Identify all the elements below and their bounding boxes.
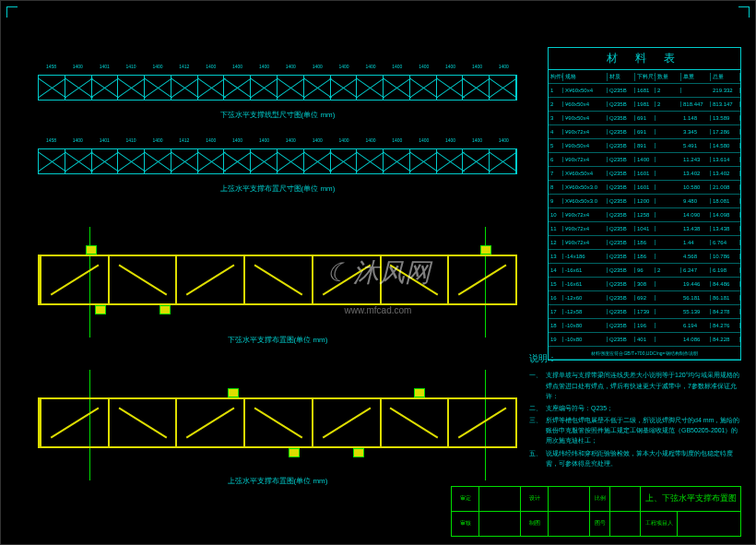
table-cell: 3.345 (681, 129, 711, 135)
table-cell: Q235B (608, 254, 635, 259)
table-cell: 13.438 (711, 226, 740, 231)
table-header-cell: 材质 (608, 73, 635, 81)
dimension-value: 1400 (339, 137, 349, 143)
dimension-value: 1400 (499, 64, 509, 69)
table-cell: 1601 (635, 184, 656, 190)
dimension-value: 1400 (259, 137, 269, 143)
table-cell: X¥60x50x4 (563, 171, 608, 176)
plan-label-upper: 上弦水平支撑布置尺寸图(单位 mm) (220, 184, 336, 194)
truss-bay (357, 149, 384, 173)
table-cell: ¥90x72x4 (563, 157, 608, 162)
table-cell: 401 (635, 337, 656, 342)
table-cell: 14.580 (711, 143, 740, 148)
table-cell: 19 (549, 337, 563, 342)
table-cell: Q235B (608, 88, 635, 93)
table-cell: 4 (549, 129, 563, 135)
dimension-value: 1400 (232, 64, 242, 69)
table-cell: 13.402 (711, 171, 740, 176)
table-cell: 13 (549, 254, 563, 259)
table-cell: Q235B (608, 115, 635, 121)
support-block (159, 305, 171, 314)
corner-mark (6, 6, 18, 18)
support-block (414, 388, 425, 397)
truss-bay (118, 76, 145, 100)
table-cell: 9 (549, 198, 563, 204)
truss-diagonal (50, 407, 99, 438)
dimension-value: 1400 (206, 137, 216, 143)
tb-cell: 工程项目人 (641, 512, 678, 537)
dimension-value: 1400 (339, 64, 349, 69)
table-cell: 186 (635, 240, 656, 245)
table-cell: 1 (549, 88, 563, 93)
table-cell: 186 (635, 254, 656, 259)
table-cell: 8 (549, 184, 563, 190)
truss-post (312, 256, 313, 303)
table-cell: Q235B (608, 337, 635, 342)
table-header-cell: 下料尺寸(mm) (635, 73, 656, 81)
table-cell: 2 (656, 101, 681, 107)
dimension-value: 1400 (286, 64, 296, 69)
table-cell: 12 (549, 240, 563, 245)
truss-bay (384, 76, 410, 100)
table-cell: 16 (549, 295, 563, 301)
table-cell: 84.228 (711, 337, 740, 342)
tb-cell: 比例 (590, 487, 610, 511)
truss-bay (39, 149, 65, 173)
truss-bay (39, 76, 65, 100)
table-cell: 6.764 (711, 240, 740, 245)
truss-diagonal (118, 407, 167, 438)
table-cell: 1258 (635, 212, 656, 218)
truss-post (40, 256, 41, 303)
table-cell: 6.198 (711, 267, 740, 273)
table-cell: 7 (549, 171, 563, 176)
table-row: 15-16x61Q235B30819.44684.486 (549, 278, 740, 291)
tb-cell: 审定 (452, 487, 479, 511)
truss-bay (278, 76, 304, 100)
truss-bay (171, 76, 198, 100)
support-block (289, 448, 300, 457)
dimension-value: 1400 (73, 64, 83, 69)
dimension-value: 1400 (472, 137, 482, 143)
note-text: 支座编号符号：Q235； (546, 403, 613, 413)
dimension-value: 1400 (152, 137, 162, 143)
table-cell: 21.008 (711, 184, 740, 190)
table-cell: ¥90x72x4 (563, 129, 608, 135)
truss-post (380, 256, 382, 303)
table-cell: Q235B (608, 240, 635, 245)
table-cell: 17 (549, 309, 563, 314)
table-cell: 1400 (635, 157, 656, 162)
table-cell: -16x61 (563, 281, 608, 287)
tb-cell (610, 512, 641, 537)
table-cell: 19.446 (681, 281, 711, 287)
table-cell: 196 (635, 323, 656, 328)
table-cell: -14x186 (563, 254, 608, 259)
table-cell: 2 (656, 88, 681, 93)
truss-post (175, 256, 177, 303)
truss-bay (331, 76, 358, 100)
truss-post (243, 256, 245, 303)
truss-bay (490, 149, 516, 173)
table-header-cell: 总量 (711, 73, 740, 81)
drawing-canvas: 1458140014011410140014121400140014001400… (0, 0, 756, 545)
note-item: 二、支座编号符号：Q235； (529, 403, 741, 413)
support-block (480, 245, 491, 255)
truss-diagonal (390, 407, 439, 438)
table-cell: 6.247 (681, 267, 711, 273)
table-cell: Q235B (608, 129, 635, 135)
dimension-value: 1400 (286, 137, 296, 143)
tb-cell (678, 512, 740, 537)
table-cell: 13.614 (711, 157, 740, 162)
table-cell: ¥90x72x4 (563, 212, 608, 218)
table-cell: -16x61 (563, 267, 608, 273)
table-cell: -12x58 (563, 309, 608, 314)
dimension-value: 1400 (365, 64, 375, 69)
note-text: 所焊等槽包焊电展壁不低于二级，所说说焊脚尺寸的d4 mm，施给的账份申克服管按照… (546, 415, 741, 446)
table-cell: -10x80 (563, 323, 608, 328)
truss-diagonal (186, 264, 235, 295)
table-cell: 14.086 (681, 337, 711, 342)
truss-bay (410, 76, 437, 100)
dimension-value: 1401 (100, 137, 110, 143)
table-cell: 1739 (635, 309, 656, 314)
table-cell: ¥90x50x4 (563, 143, 608, 148)
table-cell: Q235B (608, 295, 635, 301)
